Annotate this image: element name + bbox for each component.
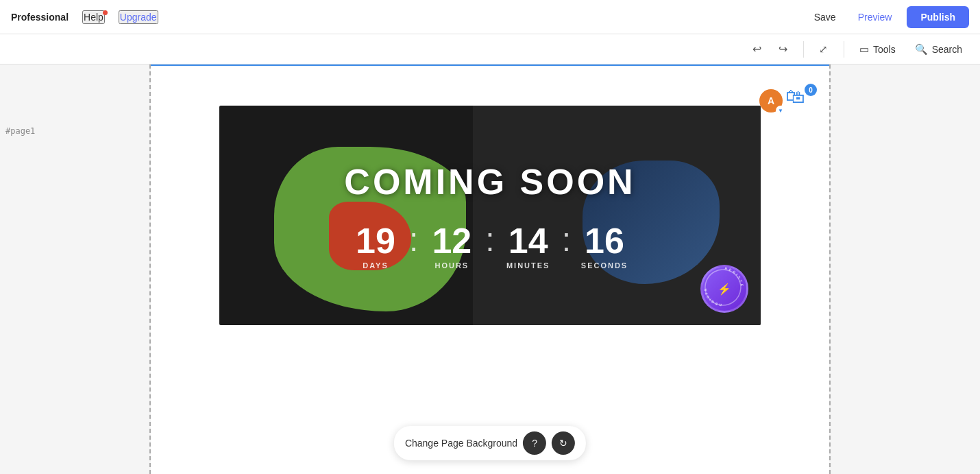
days-label: DAYS xyxy=(363,261,389,270)
floating-toolbar: Change Page Background ? ↻ xyxy=(394,426,586,460)
hours-number: 12 xyxy=(432,223,471,259)
days-number: 19 xyxy=(356,223,395,259)
avatar-dropdown-caret[interactable]: ▼ xyxy=(776,106,785,115)
days-unit: 19 DAYS xyxy=(345,223,406,270)
seconds-number: 16 xyxy=(585,223,624,259)
fit-view-button[interactable]: ⤢ xyxy=(812,38,835,61)
badge-center-icon: ⚡ xyxy=(718,283,731,296)
undo-icon: ↩ xyxy=(752,43,761,56)
sep-1: : xyxy=(409,223,418,257)
fit-icon: ⤢ xyxy=(819,43,828,56)
undo-button[interactable]: ↩ xyxy=(746,38,769,61)
banner-content: COMING SOON 19 DAYS : 12 HOURS : 14 MIN xyxy=(219,106,761,325)
cart-icon-wrap[interactable]: 🛍 0 xyxy=(785,85,816,115)
app-header: Professional Help Upgrade Save Preview P… xyxy=(0,0,980,34)
sep-2: : xyxy=(485,223,494,257)
avatar-wrapper: A ▼ xyxy=(759,89,783,112)
tools-panel-icon: ▭ xyxy=(859,43,869,56)
cart-icon: 🛍 xyxy=(785,86,805,107)
search-icon: 🔍 xyxy=(915,43,928,56)
help-notification-dot xyxy=(103,10,108,15)
redo-icon: ↪ xyxy=(779,43,787,56)
change-bg-button[interactable]: Change Page Background xyxy=(405,438,517,449)
minutes-label: MINUTES xyxy=(506,261,550,270)
canvas-area: #page1 A ▼ 🛍 0 xyxy=(0,64,980,474)
countdown-row: 19 DAYS : 12 HOURS : 14 MINUTES : xyxy=(345,223,635,270)
seconds-unit: 16 SECONDS xyxy=(574,223,635,270)
preview-button[interactable]: Preview xyxy=(851,8,899,27)
register-badge[interactable]: REGISTER NOW REGISTER NOW ⚡ xyxy=(700,265,748,313)
editor-toolbar: ↩ ↪ ⤢ ▭ Tools 🔍 Search xyxy=(0,34,980,64)
selection-border xyxy=(151,64,829,66)
hours-label: HOURS xyxy=(434,261,469,270)
main-canvas[interactable]: A ▼ 🛍 0 COMING SOON xyxy=(151,64,829,474)
sep-3: : xyxy=(562,223,571,257)
save-button[interactable]: Save xyxy=(807,8,843,27)
minutes-unit: 14 MINUTES xyxy=(498,223,559,270)
header-right: Save Preview Publish xyxy=(807,6,969,28)
coming-soon-title: COMING SOON xyxy=(344,161,635,202)
cart-area: 🛍 0 xyxy=(785,85,816,115)
right-gutter xyxy=(829,64,980,474)
cart-count-badge: 0 xyxy=(805,84,817,96)
tools-button[interactable]: ▭ Tools xyxy=(853,39,903,60)
toolbar-divider-1 xyxy=(803,41,804,58)
left-gutter: #page1 xyxy=(0,64,151,474)
coming-soon-banner[interactable]: COMING SOON 19 DAYS : 12 HOURS : 14 MIN xyxy=(219,106,761,325)
toolbar-divider-2 xyxy=(844,41,844,58)
refresh-icon: ↻ xyxy=(559,438,567,449)
help-circle-button[interactable]: ? xyxy=(523,431,546,455)
undo-redo-group: ↩ ↪ xyxy=(746,38,795,61)
brand-name: Professional xyxy=(11,12,69,23)
minutes-number: 14 xyxy=(509,223,548,259)
refresh-button[interactable]: ↻ xyxy=(552,431,575,455)
redo-button[interactable]: ↪ xyxy=(772,38,795,61)
header-left: Professional Help Upgrade xyxy=(11,10,158,24)
help-icon: ? xyxy=(532,438,537,449)
help-button[interactable]: Help xyxy=(82,10,105,24)
page-label: #page1 xyxy=(5,126,35,136)
hours-unit: 12 HOURS xyxy=(421,223,482,270)
upgrade-button[interactable]: Upgrade xyxy=(119,10,158,24)
seconds-label: SECONDS xyxy=(581,261,628,270)
search-button[interactable]: 🔍 Search xyxy=(908,39,969,60)
publish-button[interactable]: Publish xyxy=(907,6,969,28)
